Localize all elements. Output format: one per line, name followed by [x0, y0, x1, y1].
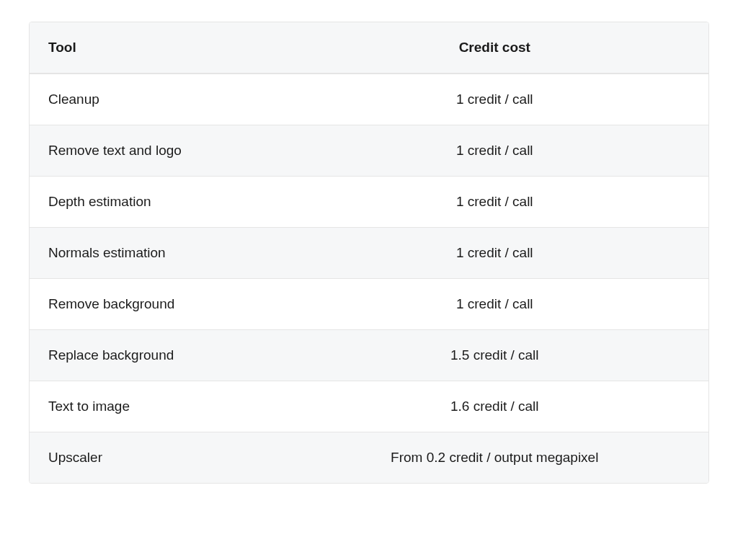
- table-row: Remove background 1 credit / call: [30, 279, 708, 330]
- header-tool: Tool: [30, 22, 281, 74]
- table-header-row: Tool Credit cost: [30, 22, 708, 74]
- pricing-table: Tool Credit cost Cleanup 1 credit / call…: [30, 22, 708, 483]
- cell-tool: Replace background: [30, 330, 281, 381]
- cell-credit-cost: 1 credit / call: [281, 279, 708, 330]
- pricing-table-wrapper: Tool Credit cost Cleanup 1 credit / call…: [29, 22, 709, 484]
- table-row: Remove text and logo 1 credit / call: [30, 125, 708, 177]
- cell-tool: Remove background: [30, 279, 281, 330]
- cell-credit-cost: 1.6 credit / call: [281, 381, 708, 432]
- table-row: Depth estimation 1 credit / call: [30, 177, 708, 228]
- cell-credit-cost: 1 credit / call: [281, 125, 708, 177]
- table-row: Text to image 1.6 credit / call: [30, 381, 708, 432]
- table-row: Cleanup 1 credit / call: [30, 74, 708, 125]
- table-row: Replace background 1.5 credit / call: [30, 330, 708, 381]
- cell-credit-cost: 1.5 credit / call: [281, 330, 708, 381]
- cell-tool: Upscaler: [30, 432, 281, 484]
- header-credit-cost: Credit cost: [281, 22, 708, 74]
- cell-credit-cost: 1 credit / call: [281, 74, 708, 125]
- table-row: Normals estimation 1 credit / call: [30, 228, 708, 279]
- cell-credit-cost: 1 credit / call: [281, 177, 708, 228]
- cell-credit-cost: 1 credit / call: [281, 228, 708, 279]
- cell-tool: Depth estimation: [30, 177, 281, 228]
- cell-tool: Remove text and logo: [30, 125, 281, 177]
- cell-tool: Cleanup: [30, 74, 281, 125]
- cell-tool: Normals estimation: [30, 228, 281, 279]
- cell-credit-cost: From 0.2 credit / output megapixel: [281, 432, 708, 484]
- table-row: Upscaler From 0.2 credit / output megapi…: [30, 432, 708, 484]
- cell-tool: Text to image: [30, 381, 281, 432]
